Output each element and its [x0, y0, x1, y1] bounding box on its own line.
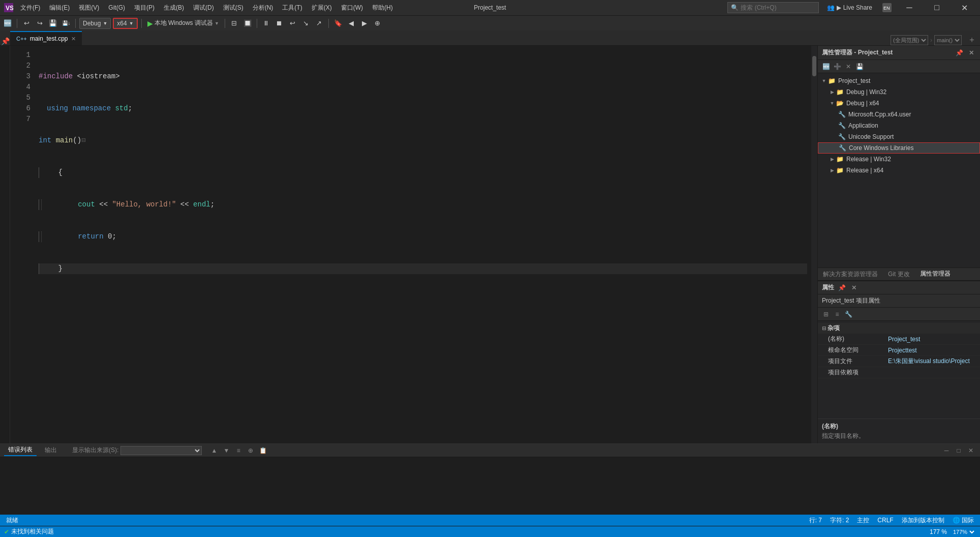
prop-mgr-close-btn[interactable]: ✕ — [967, 48, 976, 57]
editor-scrollbar[interactable] — [811, 46, 817, 443]
tab-pin-icon[interactable]: 📌 — [0, 37, 10, 45]
status-ready[interactable]: 就绪 — [4, 516, 20, 525]
tab-solution-explorer[interactable]: 解决方案资源管理器 — [818, 268, 883, 281]
live-share-button[interactable]: 👥 ▶ Live Share — [823, 4, 876, 11]
config-dropdown[interactable]: Debug ▼ — [79, 18, 111, 29]
props-row-deps[interactable]: 项目依赖项 — [818, 367, 980, 378]
minimize-button[interactable]: ─ — [898, 0, 921, 15]
save-all-btn[interactable]: 💾↓ — [60, 18, 72, 29]
toolbar-btn-9[interactable]: ↩ — [287, 18, 298, 29]
props-body: ⊟ 杂项 (名称) Project_test 根命名空间 Projecttest… — [818, 321, 980, 419]
tab-git-changes[interactable]: Git 更改 — [883, 268, 915, 281]
toolbar-btn-13[interactable]: ▶ — [359, 18, 370, 29]
toolbar-btn-6[interactable]: 🔲 — [242, 18, 253, 29]
tree-release-x64[interactable]: ▶ 📁 Release | x64 — [818, 165, 980, 176]
prop-add-btn[interactable]: ➕ — [832, 62, 842, 72]
menu-window[interactable]: 窗口(W) — [337, 2, 367, 14]
run-button[interactable]: ▶ 本地 Windows 调试器 ▼ — [145, 19, 221, 27]
func-dropdown[interactable]: main() — [934, 35, 962, 45]
prop-mgr-pin-btn[interactable]: 📌 — [955, 48, 964, 57]
global-search-input[interactable] — [741, 4, 807, 11]
new-project-btn[interactable]: 🆕 — [2, 18, 13, 29]
menu-extensions[interactable]: 扩展(X) — [308, 2, 336, 14]
props-grid-btn[interactable]: ⊞ — [821, 309, 831, 319]
prop-save-btn[interactable]: 💾 — [854, 62, 865, 72]
props-pin-btn[interactable]: 📌 — [837, 283, 846, 292]
toolbar-btn-14[interactable]: ⊕ — [372, 18, 383, 29]
toolbar-btn-7[interactable]: ⏸ — [261, 18, 272, 29]
output-tab[interactable]: 输出 — [41, 445, 61, 456]
bookmark-btn[interactable]: 🔖 — [332, 18, 344, 29]
output-source-dropdown[interactable]: 生成 调试 — [120, 446, 202, 455]
maximize-button[interactable]: □ — [925, 0, 948, 15]
output-float-btn[interactable]: □ — [954, 445, 964, 456]
status-git[interactable]: 添加到版本控制 — [900, 516, 946, 525]
tree-unicode[interactable]: 🔧 Unicode Support — [818, 131, 980, 142]
prop-remove-btn[interactable]: ✕ — [843, 62, 853, 72]
tree-root-icon: 📁 — [828, 77, 836, 84]
tree-application[interactable]: 🔧 Application — [818, 120, 980, 131]
add-file-btn[interactable]: ＋ — [968, 35, 976, 45]
code-area[interactable]: #include <iostream> using namespace std;… — [35, 46, 811, 443]
menu-project[interactable]: 项目(P) — [130, 2, 159, 14]
tree-debug-win32[interactable]: ▶ 📁 Debug | Win32 — [818, 86, 980, 98]
output-minimize-btn[interactable]: ─ — [941, 445, 952, 456]
menu-bar: 文件(F) 编辑(E) 视图(V) Git(G) 项目(P) 生成(B) 调试(… — [16, 2, 723, 14]
tab-property-manager[interactable]: 属性管理器 — [915, 267, 956, 281]
error-list-tab[interactable]: 错误列表 — [4, 444, 37, 456]
tree-root[interactable]: ▼ 📁 Project_test — [818, 75, 980, 86]
output-btn-1[interactable]: ▲ — [209, 445, 219, 456]
output-copy-btn[interactable]: 📋 — [258, 445, 268, 456]
props-row-ns[interactable]: 根命名空间 Projecttest — [818, 345, 980, 356]
props-close-btn[interactable]: ✕ — [849, 283, 859, 292]
toolbar-sep-1 — [17, 19, 17, 28]
menu-file[interactable]: 文件(F) — [16, 2, 44, 14]
prop-new-btn[interactable]: 🆕 — [821, 62, 831, 72]
output-btn-3[interactable]: ≡ — [233, 445, 243, 456]
scope-dropdown[interactable]: (全局范围) — [891, 35, 928, 45]
status-lang[interactable]: 🌐 国际 — [951, 516, 976, 525]
toolbar-btn-11[interactable]: ↗ — [314, 18, 325, 29]
menu-view[interactable]: 视图(V) — [75, 2, 103, 14]
close-button[interactable]: ✕ — [953, 0, 976, 15]
tree-core-win-libs[interactable]: 🔧 Core Windows Libraries — [818, 142, 980, 154]
output-close-btn[interactable]: ✕ — [966, 445, 976, 456]
props-cat-btn[interactable]: ≡ — [832, 309, 842, 319]
redo-btn[interactable]: ↪ — [34, 18, 45, 29]
menu-help[interactable]: 帮助(H) — [368, 2, 397, 14]
toolbar-btn-8[interactable]: ⏹ — [274, 18, 285, 29]
tree-root-arrow: ▼ — [820, 78, 828, 83]
toolbar-btn-12[interactable]: ◀ — [346, 18, 357, 29]
scrollbar-thumb[interactable] — [812, 56, 816, 76]
output-btn-4[interactable]: ⊕ — [246, 445, 256, 456]
status-selection[interactable]: 主控 — [855, 516, 871, 525]
menu-test[interactable]: 测试(S) — [219, 2, 248, 14]
menu-tools[interactable]: 工具(T) — [278, 2, 306, 14]
menu-debug[interactable]: 调试(D) — [189, 2, 218, 14]
menu-git[interactable]: Git(G) — [104, 2, 129, 13]
menu-build[interactable]: 生成(B) — [160, 2, 188, 14]
save-btn[interactable]: 💾 — [47, 18, 58, 29]
tree-cpp-user[interactable]: 🔧 Microsoft.Cpp.x64.user — [818, 109, 980, 120]
menu-edit[interactable]: 编辑(E) — [45, 2, 74, 14]
zoom-dropdown[interactable]: 177% — [951, 528, 976, 535]
menu-analyze[interactable]: 分析(N) — [249, 2, 278, 14]
props-wrench-btn[interactable]: 🔧 — [843, 309, 853, 319]
props-row-name[interactable]: (名称) Project_test — [818, 334, 980, 345]
toolbar-btn-5[interactable]: ⊟ — [229, 18, 240, 29]
platform-dropdown[interactable]: x64 ▼ — [113, 18, 137, 29]
status-encoding[interactable]: CRLF — [875, 517, 895, 524]
tree-release-win32[interactable]: ▶ 📁 Release | Win32 — [818, 154, 980, 165]
undo-btn[interactable]: ↩ — [21, 18, 32, 29]
tree-unicode-icon: 🔧 — [838, 133, 846, 140]
tab-close-icon[interactable]: ✕ — [71, 36, 76, 42]
toolbar-sep-3 — [141, 19, 142, 28]
props-row-file[interactable]: 项目文件 E:\朱国量\visual studio\Project — [818, 356, 980, 367]
output-btn-2[interactable]: ▼ — [221, 445, 231, 456]
editor-tab-main[interactable]: C++ main_test.cpp ✕ — [10, 31, 82, 45]
toolbar-btn-10[interactable]: ↘ — [300, 18, 312, 29]
status-line[interactable]: 行: 7 — [807, 516, 824, 525]
tree-debug-x64[interactable]: ▼ 📂 Debug | x64 — [818, 98, 980, 109]
status-encoding-label: CRLF — [877, 517, 893, 524]
status-col[interactable]: 字符: 2 — [828, 516, 851, 525]
